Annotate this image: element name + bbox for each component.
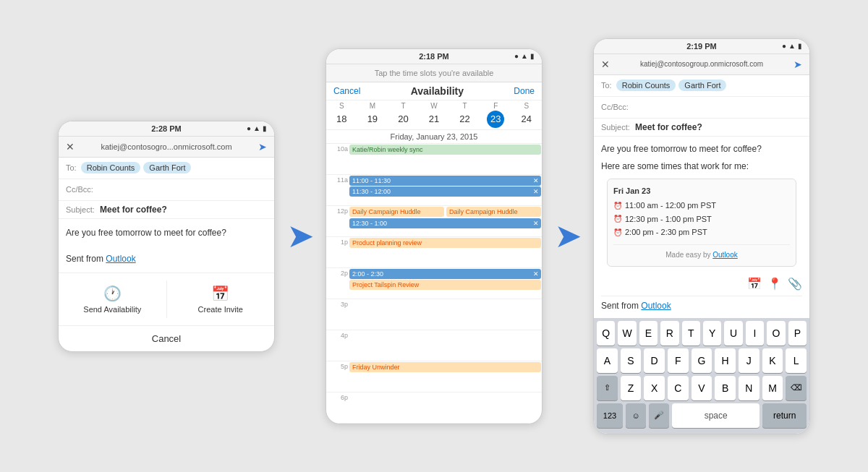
result-slot-1-text: 11:00 am - 12:00 pm PST: [625, 199, 716, 212]
phone-3: 2:19 PM ● ▲ ▮ ✕ katiej@contosogroup.onmi…: [593, 38, 810, 434]
signal-icon: ●: [247, 124, 251, 132]
event-campaign-2[interactable]: Daily Campaign Huddle: [446, 207, 541, 217]
attachment-toolbar-icon[interactable]: 📎: [788, 275, 802, 293]
event-1230-1[interactable]: 12:30 - 1:00 ✕: [349, 218, 541, 228]
outlook-link-3[interactable]: Outlook: [641, 301, 671, 311]
avail-title: Availability: [411, 85, 464, 97]
cal-date-label: Friday, January 23, 2015: [326, 130, 542, 144]
to-field-3: To: Robin Counts Garth Fort: [594, 75, 809, 97]
key-e[interactable]: E: [639, 321, 658, 346]
location-toolbar-icon[interactable]: 📍: [767, 275, 782, 293]
avail-done-button[interactable]: Done: [514, 86, 535, 96]
to-label-3: To:: [601, 81, 612, 90]
key-d[interactable]: D: [644, 348, 665, 373]
key-a[interactable]: A: [597, 348, 618, 373]
kb-row-1: Q W E R T Y U I O P: [597, 321, 807, 346]
close-2-230[interactable]: ✕: [533, 270, 539, 278]
kb-row-3: ⇧ Z X C V B N M ⌫: [597, 376, 807, 400]
key-s[interactable]: S: [621, 348, 642, 373]
status-icons-2: ● ▲ ▮: [514, 52, 535, 60]
wifi-icon: ▲: [253, 124, 260, 132]
subject-field-3[interactable]: Subject: Meet for coffee?: [594, 119, 809, 137]
key-m[interactable]: M: [762, 376, 783, 400]
cc-field-3: Cc/Bcc:: [594, 97, 809, 119]
event-friday-unwinder[interactable]: Friday Unwinder: [349, 362, 541, 372]
key-g[interactable]: G: [692, 348, 712, 373]
cancel-bar-1[interactable]: Cancel: [59, 325, 274, 351]
key-123[interactable]: 123: [597, 403, 623, 428]
time-slot-11a: 11a 11:00 - 11:30 ✕ 11:30 - 12:00 ✕: [326, 175, 542, 206]
send-availability-button[interactable]: 🕐 Send Availability: [59, 280, 167, 318]
send-button-1[interactable]: ➤: [258, 141, 267, 153]
close-button-1[interactable]: ✕: [66, 141, 75, 153]
key-n[interactable]: N: [739, 376, 760, 400]
kb-row-2: A S D F G H J K L: [597, 348, 807, 373]
key-l[interactable]: L: [786, 348, 807, 373]
result-slot-2: ⏰ 12:30 pm - 1:00 pm PST: [613, 213, 790, 226]
event-11-1130[interactable]: 11:00 - 11:30 ✕: [349, 176, 541, 186]
key-f[interactable]: F: [668, 348, 689, 373]
avail-nav: Cancel Availability Done: [326, 82, 542, 100]
key-x[interactable]: X: [644, 376, 665, 400]
key-c[interactable]: C: [668, 376, 689, 400]
key-h[interactable]: H: [715, 348, 736, 373]
recipient-robin-3[interactable]: Robin Counts: [616, 80, 676, 91]
time-slot-12p: 12p Daily Campaign Huddle Daily Campaign…: [326, 206, 542, 237]
key-k[interactable]: K: [762, 348, 783, 373]
key-o[interactable]: O: [767, 321, 785, 346]
body-text-1: Are you free tomorrow to meet for coffee…: [66, 226, 267, 239]
avail-hint: Tap the time slots you're available: [326, 64, 542, 82]
key-p[interactable]: P: [788, 321, 807, 346]
close-button-3[interactable]: ✕: [601, 59, 610, 70]
time-events-4p: [349, 330, 542, 361]
event-product-planning[interactable]: Product planning review: [349, 238, 541, 248]
subject-value-1: Meet for coffee?: [100, 205, 167, 215]
cal-body[interactable]: 10a Katie/Robin weekly sync 11a 11:00 - …: [326, 144, 542, 424]
key-y[interactable]: Y: [703, 321, 721, 346]
key-emoji[interactable]: ☺: [626, 403, 646, 428]
key-shift[interactable]: ⇧: [597, 376, 618, 400]
email-body-3: Are you free tomorrow to meet for coffee…: [594, 137, 809, 318]
close-11-1130[interactable]: ✕: [533, 177, 539, 184]
made-easy-outlook-link[interactable]: Outlook: [712, 251, 737, 259]
clock-icon-1: ⏰: [613, 200, 622, 211]
arrow-1: ➤: [288, 220, 312, 253]
key-return[interactable]: return: [762, 403, 807, 428]
recipient-robin-1[interactable]: Robin Counts: [81, 162, 141, 173]
key-q[interactable]: Q: [597, 321, 615, 346]
key-t[interactable]: T: [682, 321, 700, 346]
event-tailspin[interactable]: Project Tailspin Review: [349, 280, 541, 290]
avail-cancel-button[interactable]: Cancel: [333, 86, 360, 96]
battery-icon-2: ▮: [530, 52, 535, 60]
key-j[interactable]: J: [739, 348, 760, 373]
event-1130-12[interactable]: 11:30 - 12:00 ✕: [349, 186, 541, 197]
key-mic[interactable]: 🎤: [649, 403, 669, 428]
create-invite-button[interactable]: 📅 Create Invite: [167, 280, 275, 318]
time-events-5p: Friday Unwinder: [349, 361, 542, 392]
cal-day-m: M 19: [357, 102, 388, 128]
key-b[interactable]: B: [715, 376, 736, 400]
event-katie-robin[interactable]: Katie/Robin weekly sync: [349, 145, 541, 155]
close-1130-12[interactable]: ✕: [533, 188, 539, 195]
key-r[interactable]: R: [660, 321, 678, 346]
subject-field-1[interactable]: Subject: Meet for coffee?: [59, 201, 274, 219]
from-address-3: katiej@contosogroup.onmicrosoft.com: [610, 60, 793, 68]
key-i[interactable]: I: [746, 321, 764, 346]
key-space[interactable]: space: [672, 403, 760, 428]
outlook-link-1[interactable]: Outlook: [106, 254, 135, 264]
time-label-1p: 1p: [326, 237, 349, 246]
time-label-11a: 11a: [326, 175, 349, 184]
event-2-230[interactable]: 2:00 - 2:30 ✕: [349, 269, 541, 279]
key-v[interactable]: V: [692, 376, 712, 400]
key-z[interactable]: Z: [621, 376, 642, 400]
cal-day-t1: T 20: [388, 102, 419, 128]
recipient-garth-3[interactable]: Garth Fort: [678, 80, 726, 91]
recipient-garth-1[interactable]: Garth Fort: [143, 162, 191, 173]
event-campaign-1[interactable]: Daily Campaign Huddle: [349, 207, 444, 217]
send-button-3[interactable]: ➤: [793, 59, 802, 70]
calendar-toolbar-icon[interactable]: 📅: [747, 275, 762, 293]
key-w[interactable]: W: [618, 321, 636, 346]
close-1230-1[interactable]: ✕: [533, 220, 539, 227]
key-backspace[interactable]: ⌫: [786, 376, 807, 400]
key-u[interactable]: U: [724, 321, 742, 346]
